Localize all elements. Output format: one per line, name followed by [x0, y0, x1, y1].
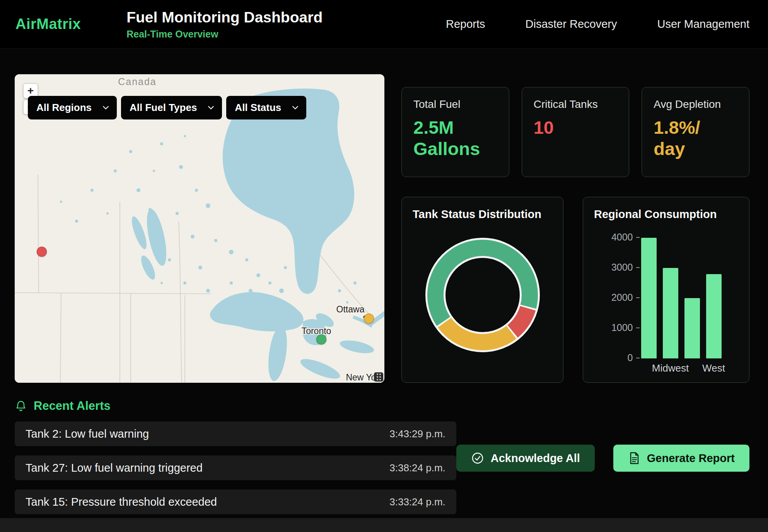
tank-status-card: Tank Status Distribution: [401, 197, 563, 383]
check-circle-icon: [471, 452, 484, 465]
bar-midwest: [663, 268, 678, 358]
donut-chart-title: Tank Status Distribution: [413, 208, 552, 221]
filter-all-status[interactable]: All Status: [226, 96, 306, 119]
page-title: Fuel Monitoring Dashboard: [126, 9, 323, 26]
map-label-ottawa: Ottawa: [336, 304, 365, 314]
stat-label: Avg Depletion: [654, 98, 737, 111]
alert-actions: Acknowledge All Generate Report: [456, 445, 749, 472]
alert-row[interactable]: Tank 15: Pressure threshold exceeded3:33…: [15, 489, 456, 514]
x-axis-label-midwest: Midwest: [652, 362, 689, 374]
map-filters: All RegionsAll Fuel TypesAll Status: [28, 96, 306, 119]
resize-handle[interactable]: [374, 372, 383, 382]
bar-1: [641, 238, 657, 358]
alert-row[interactable]: Tank 27: Low fuel warning triggered3:38:…: [15, 455, 456, 480]
chevron-down-icon: [292, 106, 299, 110]
donut-segment-normal: [435, 248, 530, 321]
title-block: Fuel Monitoring Dashboard Real-Time Over…: [126, 9, 323, 40]
bar-chart-title: Regional Consumption: [594, 208, 738, 221]
regional-consumption-card: Regional Consumption 01000200030004000 M…: [583, 197, 749, 383]
document-icon: [628, 452, 640, 465]
filter-all-fuel-types[interactable]: All Fuel Types: [121, 96, 222, 119]
alert-time: 3:38:24 p.m.: [389, 462, 445, 474]
map-label-country: Canada: [118, 76, 157, 87]
bar-3: [684, 298, 700, 358]
bar-chart-y-axis: 01000200030004000: [611, 238, 640, 358]
nav-item-reports[interactable]: Reports: [446, 18, 485, 31]
alerts-panel: Recent Alerts Tank 2: Low fuel warning3:…: [15, 399, 456, 523]
filter-label: All Regions: [36, 102, 92, 114]
map-marker-warning[interactable]: [364, 314, 374, 324]
alert-message: Tank 15: Pressure threshold exceeded: [26, 496, 217, 508]
acknowledge-all-label: Acknowledge All: [491, 452, 580, 465]
alert-message: Tank 27: Low fuel warning triggered: [26, 462, 203, 474]
bar-chart-plot: [641, 238, 722, 358]
map-label-toronto: Toronto: [302, 326, 331, 336]
nav-item-disaster-recovery[interactable]: Disaster Recovery: [526, 18, 617, 31]
alert-time: 3:33:24 p.m.: [389, 496, 445, 508]
stat-card-total-fuel: Total Fuel2.5M Gallons: [401, 87, 509, 177]
bell-icon: [15, 400, 27, 412]
stat-value: 1.8%/ day: [654, 117, 737, 160]
charts-row: Tank Status Distribution Regional Consum…: [401, 197, 749, 383]
map-marker-critical[interactable]: [37, 247, 47, 257]
bar-west: [706, 274, 722, 358]
stat-value: 2.5M Gallons: [413, 117, 497, 160]
nav-item-user-management[interactable]: User Management: [657, 18, 749, 31]
stats-row: Total Fuel2.5M GallonsCritical Tanks10Av…: [401, 87, 749, 177]
brand-logo: AirMatrix: [15, 16, 81, 32]
tank-map[interactable]: Canada Ottawa Toronto New York: [15, 74, 384, 383]
alerts-list: Tank 2: Low fuel warning3:43:29 p.m.Tank…: [15, 421, 456, 514]
stat-value: 10: [534, 117, 618, 138]
stat-card-avg-depletion: Avg Depletion1.8%/ day: [642, 87, 749, 177]
acknowledge-all-button[interactable]: Acknowledge All: [456, 445, 595, 472]
stat-label: Total Fuel: [413, 98, 497, 111]
generate-report-label: Generate Report: [647, 452, 735, 465]
filter-label: All Status: [235, 102, 281, 114]
y-axis-tick: 2000: [611, 292, 640, 303]
map-marker-normal[interactable]: [316, 334, 326, 344]
alert-message: Tank 2: Low fuel warning: [26, 428, 149, 440]
app-header: AirMatrix Fuel Monitoring Dashboard Real…: [0, 0, 768, 49]
footer-bar: [0, 518, 768, 532]
x-axis-label-west: West: [702, 362, 725, 374]
alerts-section: Recent Alerts Tank 2: Low fuel warning3:…: [0, 383, 768, 523]
tank-status-donut-chart: [417, 229, 548, 361]
main-nav: ReportsDisaster RecoveryUser Management: [446, 18, 749, 31]
stat-label: Critical Tanks: [534, 98, 618, 111]
main-area: Canada Ottawa Toronto New York + − All R…: [0, 49, 768, 383]
page-subtitle: Real-Time Overview: [126, 29, 323, 40]
donut-segment-critical: [512, 308, 527, 331]
map-panel: Canada Ottawa Toronto New York + − All R…: [15, 74, 384, 383]
chevron-down-icon: [208, 106, 214, 110]
alert-time: 3:43:29 p.m.: [389, 428, 445, 440]
y-axis-tick: 1000: [611, 322, 640, 333]
y-axis-tick: 0: [628, 352, 640, 363]
y-axis-tick: 3000: [611, 262, 640, 273]
stat-card-critical-tanks: Critical Tanks10: [522, 87, 630, 177]
filter-all-regions[interactable]: All Regions: [28, 96, 117, 119]
generate-report-button[interactable]: Generate Report: [613, 445, 749, 472]
y-axis-tick: 4000: [611, 232, 640, 243]
chevron-down-icon: [102, 106, 109, 110]
alerts-heading: Recent Alerts: [34, 399, 111, 413]
regional-consumption-bar-chart: 01000200030004000 MidwestWest: [594, 238, 738, 378]
filter-label: All Fuel Types: [130, 102, 197, 114]
right-column: Total Fuel2.5M GallonsCritical Tanks10Av…: [401, 87, 749, 383]
alert-row[interactable]: Tank 2: Low fuel warning3:43:29 p.m.: [15, 421, 456, 446]
bar-chart-x-axis: MidwestWest: [641, 361, 722, 378]
